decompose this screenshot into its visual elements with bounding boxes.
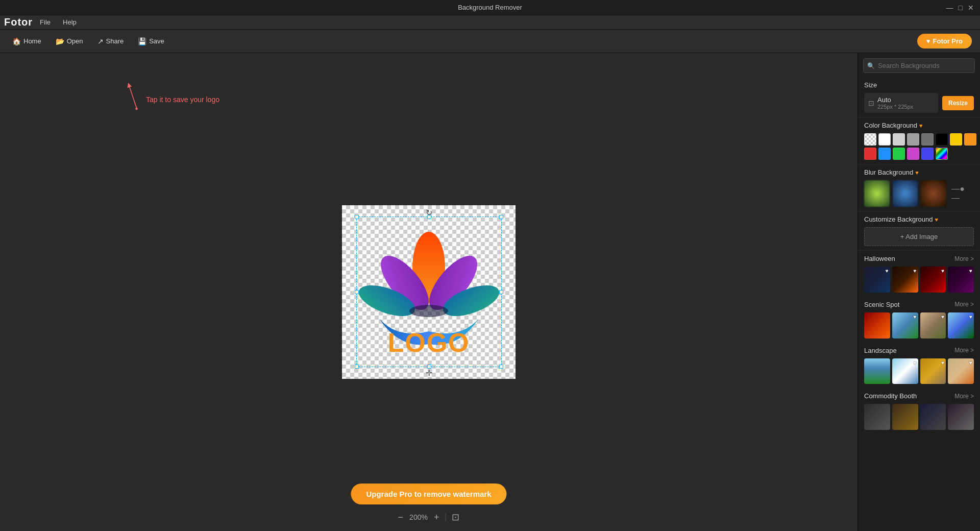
heart-icon-1-3: ♥ xyxy=(969,314,972,320)
canvas-wrapper[interactable]: LOGO xyxy=(342,205,516,379)
bg-thumb-1-0[interactable] xyxy=(864,312,890,339)
bg-thumb-3-3[interactable] xyxy=(948,404,974,430)
bg-category-title-3: Commodity Booth xyxy=(864,392,917,400)
blur-crown-icon: ♥ xyxy=(915,170,919,176)
color-swatch-11[interactable] xyxy=(907,148,919,160)
share-label: Share xyxy=(106,37,124,45)
search-input[interactable] xyxy=(863,58,975,73)
heart-icon-1-2: ♥ xyxy=(941,314,944,320)
zoom-in-button[interactable]: + xyxy=(434,512,439,523)
bg-thumb-1-1[interactable]: ♥ xyxy=(892,312,918,339)
save-icon: 💾 xyxy=(138,37,146,45)
color-swatch-0[interactable] xyxy=(864,133,876,146)
titlebar-title: Background Remover xyxy=(458,4,522,11)
color-swatch-7[interactable] xyxy=(964,133,976,146)
bg-category-3: Commodity BoothMore > xyxy=(858,388,980,434)
bg-thumb-3-0[interactable] xyxy=(864,404,890,430)
size-dims: 225px * 225px xyxy=(877,104,913,110)
color-swatch-12[interactable] xyxy=(921,148,934,160)
bg-thumb-2-1[interactable]: ♥ xyxy=(892,358,918,384)
bg-thumb-3-1[interactable] xyxy=(892,404,918,430)
heart-icon-0-3: ♥ xyxy=(969,268,972,274)
bg-category-title-0: Halloween xyxy=(864,255,895,262)
close-button[interactable]: ✕ xyxy=(968,4,974,12)
titlebar: Background Remover — □ ✕ xyxy=(0,0,980,15)
maximize-button[interactable]: □ xyxy=(959,4,963,12)
compare-button[interactable]: ⊡ xyxy=(452,512,459,523)
customize-background-section: Customize Background ♥ + Add Image xyxy=(858,211,980,251)
color-swatch-9[interactable] xyxy=(878,148,891,160)
color-swatch-8[interactable] xyxy=(864,148,876,160)
upgrade-button[interactable]: Upgrade Pro to remove watermark xyxy=(351,484,506,504)
customize-bg-title: Customize Background ♥ xyxy=(864,215,974,223)
menu-help[interactable]: Help xyxy=(58,17,82,27)
color-swatch-5[interactable] xyxy=(936,133,948,146)
bg-thumb-2-3[interactable]: ♥ xyxy=(948,358,974,384)
zoom-divider xyxy=(445,513,446,521)
bg-thumb-0-2[interactable]: ♥ xyxy=(920,267,946,293)
color-bg-title: Color Background ♥ xyxy=(864,122,974,129)
bg-category-more-2[interactable]: More > xyxy=(954,347,974,354)
bg-category-2: LandscapeMore >♥♥♥ xyxy=(858,343,980,389)
color-swatch-10[interactable] xyxy=(893,148,905,160)
toolbar: 🏠 Home 📂 Open ↗ Share 💾 Save ♥ Fotor Pro xyxy=(0,30,980,53)
bg-thumb-2-0[interactable] xyxy=(864,358,890,384)
heart-icon-1-1: ♥ xyxy=(914,314,917,320)
bg-thumb-1-2[interactable]: ♥ xyxy=(920,312,946,339)
save-button[interactable]: 💾 Save xyxy=(132,35,170,48)
bg-thumb-2-2[interactable]: ♥ xyxy=(920,358,946,384)
blur-background-section: Blur Background ♥ —●— xyxy=(858,164,980,211)
bg-category-title-2: Landscape xyxy=(864,347,897,354)
heart-icon-2-3: ♥ xyxy=(969,360,972,366)
search-input-wrap: 🔍 xyxy=(863,58,975,73)
blur-swatch-1[interactable] xyxy=(864,180,890,207)
bg-thumb-0-0[interactable]: ♥ xyxy=(864,267,890,293)
blur-swatch-2[interactable] xyxy=(893,180,918,207)
size-section: Size ⊡ Auto 225px * 225px Resize xyxy=(858,77,980,117)
home-icon: 🏠 xyxy=(12,37,21,45)
crown-icon: ♥ xyxy=(919,123,923,129)
bg-thumb-0-3[interactable]: ♥ xyxy=(948,267,974,293)
main-layout: Tap it to save your logo xyxy=(0,53,980,531)
color-swatch-6[interactable] xyxy=(950,133,962,146)
bg-thumb-3-2[interactable] xyxy=(920,404,946,430)
bg-category-title-1: Scenic Spot xyxy=(864,301,899,308)
bg-category-more-1[interactable]: More > xyxy=(954,301,974,308)
zoom-out-button[interactable]: − xyxy=(398,512,404,523)
minimize-button[interactable]: — xyxy=(946,4,953,12)
color-background-section: Color Background ♥ xyxy=(858,117,980,164)
home-button[interactable]: 🏠 Home xyxy=(6,35,47,48)
add-image-button[interactable]: + Add Image xyxy=(864,227,974,246)
color-swatch-2[interactable] xyxy=(893,133,905,146)
blur-grid: —●— xyxy=(864,180,974,207)
titlebar-controls: — □ ✕ xyxy=(946,4,974,12)
heart-icon-2-2: ♥ xyxy=(941,360,944,366)
resize-button[interactable]: Resize xyxy=(942,96,974,110)
svg-point-0 xyxy=(135,108,138,110)
menu-file[interactable]: File xyxy=(35,17,56,27)
bg-category-header-0: HalloweenMore > xyxy=(864,255,974,262)
color-swatch-13[interactable] xyxy=(936,148,948,160)
heart-icon: ♥ xyxy=(926,37,930,45)
bg-thumb-0-1[interactable]: ♥ xyxy=(892,267,918,293)
color-swatch-4[interactable] xyxy=(921,133,934,146)
blur-slider-icon[interactable]: —●— xyxy=(949,182,974,205)
svg-text:LOGO: LOGO xyxy=(387,328,470,357)
color-swatch-1[interactable] xyxy=(878,133,891,146)
categories-container: HalloweenMore >♥♥♥♥Scenic SpotMore >♥♥♥L… xyxy=(858,251,980,434)
bg-grid-2: ♥♥♥ xyxy=(864,358,974,384)
canvas-center: LOGO xyxy=(342,53,516,531)
bg-grid-3 xyxy=(864,404,974,430)
bg-thumb-1-3[interactable]: ♥ xyxy=(948,312,974,339)
color-grid xyxy=(864,133,974,160)
bg-category-1: Scenic SpotMore >♥♥♥ xyxy=(858,297,980,343)
fotor-pro-button[interactable]: ♥ Fotor Pro xyxy=(917,34,972,49)
bg-category-more-3[interactable]: More > xyxy=(954,393,974,400)
bg-category-more-0[interactable]: More > xyxy=(954,255,974,262)
share-button[interactable]: ↗ Share xyxy=(91,35,130,48)
blur-swatch-3[interactable] xyxy=(921,180,946,207)
save-label: Save xyxy=(149,37,164,45)
open-button[interactable]: 📂 Open xyxy=(50,35,89,48)
zoom-level: 200% xyxy=(409,513,428,521)
color-swatch-3[interactable] xyxy=(907,133,919,146)
